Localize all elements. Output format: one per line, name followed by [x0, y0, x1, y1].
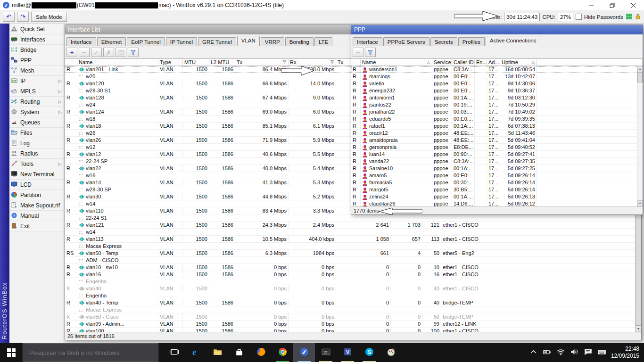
- redo-button[interactable]: ↷: [17, 12, 29, 22]
- add-button[interactable]: +: [66, 48, 77, 57]
- column-header-name[interactable]: Name: [77, 59, 158, 66]
- ppp-connection-row[interactable]: Rmargot5pppoe30:B5:...17...5d 09:26:14: [351, 186, 643, 193]
- tray-notifications[interactable]: [581, 347, 595, 359]
- column-header-mtu[interactable]: MTU: [183, 59, 209, 66]
- tab-lte[interactable]: LTE: [314, 37, 332, 46]
- comment-button[interactable]: [116, 48, 126, 57]
- column-header-l2mtu[interactable]: L2 MTU: [209, 59, 235, 66]
- tab-ethernet[interactable]: Ethernet: [97, 37, 126, 46]
- interface-row[interactable]: Rvlan121VLAN1500158624.3 Mbps2.4 Mbps2 6…: [65, 222, 641, 229]
- sidebar-item-bridge[interactable]: Bridge: [9, 45, 64, 55]
- sidebar-item-interfaces[interactable]: Interfaces: [9, 34, 64, 45]
- tray-wifi[interactable]: [554, 347, 568, 359]
- ppp-connection-row[interactable]: Rvaletinpppoe00:E0:...17...9d 14:30:06: [351, 80, 643, 87]
- sidebar-item-new-terminal[interactable]: New Terminal: [9, 169, 64, 180]
- sidebar-item-system[interactable]: System▷: [9, 107, 64, 117]
- scroll-down-icon[interactable]: ▼: [636, 326, 641, 332]
- sidebar-item-mpls[interactable]: MPLS▷: [9, 86, 64, 97]
- sidebar-item-files[interactable]: Files: [9, 128, 64, 138]
- column-header-uptime[interactable]: Uptime: [500, 59, 537, 66]
- taskbar-clock[interactable]: 22:48 12/09/2015: [609, 346, 644, 360]
- tab-pppoe-servers[interactable]: PPPoE Servers: [383, 37, 429, 46]
- taskbar-app-media-player[interactable]: 321: [315, 343, 337, 362]
- tab-profiles[interactable]: Profiles: [458, 37, 485, 46]
- interface-row[interactable]: Rvlan10 - sw10VLAN150015860 bps0 bps0010…: [65, 264, 641, 271]
- sidebar-item-manual[interactable]: ?Manual: [9, 211, 64, 221]
- restore-button[interactable]: [602, 0, 623, 10]
- interface-comment-row[interactable]: :::Macae Express: [65, 306, 641, 313]
- sidebar-item-make-supout-rif[interactable]: Make Supout.rif: [9, 200, 64, 211]
- column-header[interactable]: [537, 59, 643, 66]
- start-button[interactable]: [0, 343, 23, 362]
- ppp-titlebar[interactable]: PPP: [351, 25, 643, 34]
- scroll-up-icon[interactable]: ▲: [637, 66, 643, 72]
- taskbar-app-skype[interactable]: S: [358, 343, 380, 362]
- ppp-connection-row[interactable]: Ramaro5pppoe00:E0:...17...5d 09:26:14: [351, 172, 643, 179]
- ppp-connection-row[interactable]: Ramaldopraiapppoe48:EE:...17...5d 09:41:…: [351, 137, 643, 144]
- close-button[interactable]: [623, 0, 644, 10]
- remove-button[interactable]: −: [353, 48, 363, 57]
- tab-bonding[interactable]: Bonding: [285, 37, 314, 46]
- ppp-connection-row[interactable]: Reduardo5pppoe00:E0:...17...7d 09:39:35: [351, 115, 643, 123]
- tab-vrrp[interactable]: VRRP: [261, 37, 284, 46]
- sidebar-item-lcd[interactable]: LCD: [9, 180, 64, 190]
- hide-passwords-checkbox[interactable]: [576, 14, 582, 20]
- taskbar-app-store[interactable]: [228, 343, 250, 362]
- ppp-connection-row[interactable]: RSaraine10pppoe00:1A:...17...5d 09:27:25: [351, 165, 643, 172]
- taskbar-app-visio[interactable]: V: [337, 343, 358, 362]
- sidebar-item-ip[interactable]: 255IP▷: [9, 76, 64, 86]
- column-header-address[interactable]: Ad...: [487, 59, 500, 66]
- disable-button[interactable]: ✗: [103, 48, 114, 57]
- tab-interface[interactable]: Interface: [353, 37, 382, 46]
- tab-vlan[interactable]: VLAN: [237, 36, 260, 46]
- ppp-connection-row[interactable]: Rjsantos22pppoe00:19:...17...7d 10:50:29: [351, 101, 643, 108]
- interface-row[interactable]: Rvlan40 - TempVLAN150015860 bps0 bps0040…: [65, 299, 641, 306]
- taskbar-app-firefox[interactable]: [250, 343, 272, 362]
- interface-comment-row[interactable]: :::ADM - CISCO: [65, 257, 641, 264]
- safe-mode-button[interactable]: Safe Mode: [31, 12, 67, 22]
- interface-row[interactable]: Rvlan113VLAN1500158610.5 Mbps404.0 kbps1…: [65, 236, 641, 243]
- column-header-caller_id[interactable]: Caller ID: [452, 59, 475, 66]
- column-header-encoding[interactable]: En...: [475, 59, 487, 66]
- column-header-tx[interactable]: Tx: [235, 59, 289, 66]
- interface-row[interactable]: Rvlan99 - Admin...VLAN150015860 bps0 bps…: [65, 321, 641, 328]
- tab-ip-tunnel[interactable]: IP Tunnel: [166, 37, 197, 46]
- interface-comment-row[interactable]: :::Engenho: [65, 278, 641, 285]
- enable-button[interactable]: ✓: [91, 48, 102, 57]
- filter-button[interactable]: [128, 48, 139, 57]
- interface-comment-row[interactable]: :::Macae Express: [65, 243, 641, 250]
- sidebar-item-log[interactable]: Log: [9, 138, 64, 148]
- interface-row[interactable]: Xvlan50 - CiscoVLAN15000 bps0 bps0050bri…: [65, 313, 641, 321]
- ppp-connection-row[interactable]: Roracir12pppoe48:EE:...17...5d 11:43:46: [351, 130, 643, 137]
- column-header[interactable]: [65, 59, 77, 66]
- interface-row[interactable]: Xvlan40VLAN15000 bps0 bps0040ether1 - CI…: [65, 285, 641, 292]
- ppp-connection-row[interactable]: Rantoniorei1pppoe00:1A:...17...9d 03:12:…: [351, 94, 643, 101]
- sidebar-item-partition[interactable]: Partition: [9, 190, 64, 200]
- taskbar-app-task-view[interactable]: [163, 343, 185, 362]
- tray-chevron-up[interactable]: [527, 347, 540, 359]
- ppp-connection-row[interactable]: Rjonathan22pppoe00:03:...17...7d 10:49:0…: [351, 108, 643, 115]
- interface-row[interactable]: Rvlan100VLAN150015860 bps0 bps00100ether…: [65, 328, 641, 332]
- ppp-connection-row[interactable]: RgersonpraiapppoeE8:DE...17...5d 09:40:5…: [351, 144, 643, 151]
- tab-eoip-tunnel[interactable]: EoIP Tunnel: [127, 37, 165, 46]
- sidebar-item-mesh[interactable]: Mesh: [9, 66, 64, 76]
- tray-keyboard[interactable]: [595, 347, 609, 359]
- ppp-connection-row[interactable]: Rvanda22pppoeC8:3A:...17...5d 09:27:35: [351, 158, 643, 165]
- column-header[interactable]: [351, 59, 361, 66]
- sidebar-item-quick-set[interactable]: Quick Set: [9, 24, 64, 34]
- interface-row[interactable]: Rvlan16VLAN150015860 bps0 bps0016ether1 …: [65, 271, 641, 278]
- sidebar-item-ppp[interactable]: PPP: [9, 55, 64, 66]
- search-input[interactable]: [23, 349, 158, 356]
- sidebar-item-exit[interactable]: Exit: [9, 221, 64, 231]
- ppp-connection-row[interactable]: Rrafael1pppoe00:1A:...17...6d 07:38:13: [351, 123, 643, 130]
- tab-gre-tunnel[interactable]: GRE Tunnel: [198, 37, 236, 46]
- taskbar-app-paint[interactable]: [380, 343, 402, 362]
- ppp-connection-row[interactable]: Rwanderson1pppoeC8:3A:...17...16d 05:08:…: [351, 66, 643, 73]
- sidebar-item-tools[interactable]: Tools▷: [9, 159, 64, 169]
- ppp-connection-row[interactable]: Rluan14pppoe00:90:...17...5d 09:27:41: [351, 151, 643, 158]
- tab-secrets[interactable]: Secrets: [430, 37, 457, 46]
- column-header-type[interactable]: Type: [158, 59, 183, 66]
- column-header-service[interactable]: Service: [432, 59, 452, 66]
- ppp-connection-row[interactable]: Rclaudilan26pppoe14:D6:...17...5d 09:26:…: [351, 200, 643, 206]
- taskbar-app-chrome[interactable]: [272, 343, 293, 362]
